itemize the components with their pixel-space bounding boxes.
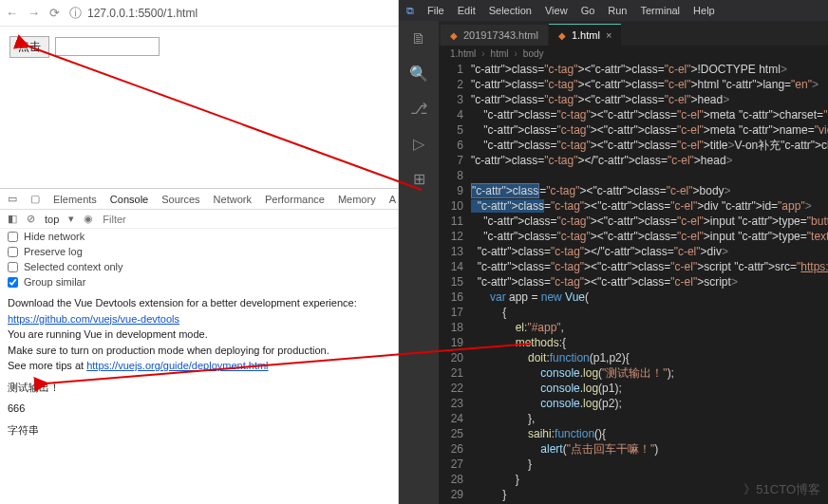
chk-selected-ctx[interactable]: Selected context only (0, 259, 398, 274)
devtools: ▭ ▢ Elements Console Sources Network Per… (0, 188, 398, 504)
breadcrumb[interactable]: 1.html› html› body (399, 46, 828, 62)
page-content (0, 27, 398, 188)
click-button[interactable] (9, 36, 49, 58)
tab-sources[interactable]: Sources (161, 194, 199, 205)
tab-performance[interactable]: Performance (265, 194, 325, 205)
device-icon[interactable]: ▢ (30, 193, 40, 205)
log-line: You are running Vue in development mode. (8, 327, 390, 343)
close-icon[interactable]: × (606, 29, 612, 41)
console-output: Download the Vue Devtools extension for … (0, 289, 398, 504)
watermark: 》51CTO博客 (743, 481, 820, 498)
tab-memory[interactable]: Memory (338, 194, 376, 205)
menu-selection[interactable]: Selection (489, 5, 532, 16)
menu-help[interactable]: Help (693, 5, 715, 16)
log-line: Download the Vue Devtools extension for … (8, 295, 390, 311)
menu-edit[interactable]: Edit (458, 5, 476, 16)
vscode-icon: ⧉ (406, 5, 414, 17)
vscode: ⧉ File Edit Selection View Go Run Termin… (399, 0, 828, 504)
dropdown-icon[interactable]: ▾ (68, 213, 74, 225)
sidebar-toggle-icon[interactable]: ◧ (8, 213, 17, 225)
html-icon: ◆ (558, 30, 566, 41)
back-icon[interactable]: ← (6, 6, 18, 20)
log-line: Make sure to turn on production mode whe… (8, 343, 390, 359)
tab-console[interactable]: Console (110, 194, 148, 205)
info-icon[interactable]: ⓘ (69, 5, 82, 22)
menu-file[interactable]: File (427, 5, 444, 16)
tab-file-1[interactable]: ◆1.html× (549, 24, 621, 46)
explorer-icon[interactable]: 🗎 (411, 30, 426, 47)
log-line: 测试输出！ (8, 380, 390, 396)
tab-elements[interactable]: Elements (53, 194, 97, 205)
chk-hide-network[interactable]: Hide network (0, 229, 398, 244)
inspect-icon[interactable]: ▭ (8, 193, 17, 205)
context-select[interactable]: top (45, 214, 59, 225)
menu-terminal[interactable]: Terminal (641, 5, 681, 16)
code-editor[interactable]: 1234567891011121314151617181920212223242… (399, 62, 828, 504)
menu-view[interactable]: View (545, 5, 568, 16)
text-input[interactable] (55, 37, 160, 56)
forward-icon[interactable]: → (28, 6, 40, 20)
tab-network[interactable]: Network (214, 194, 252, 205)
log-line: 字符串 (8, 422, 390, 439)
chk-group-similar[interactable]: Group similar (0, 274, 398, 289)
devtools-tabs: ▭ ▢ Elements Console Sources Network Per… (0, 189, 398, 210)
html-icon: ◆ (450, 30, 458, 41)
crumb-item[interactable]: html (491, 48, 509, 59)
menu-bar: ⧉ File Edit Selection View Go Run Termin… (399, 0, 828, 21)
reload-icon[interactable]: ⟳ (49, 6, 60, 20)
log-line: 666 (8, 401, 390, 417)
chk-preserve-log[interactable]: Preserve log (0, 244, 398, 259)
address-bar: ← → ⟳ ⓘ 127.0.0.1:5500/1.html (0, 0, 398, 27)
tab-more[interactable]: A (389, 194, 396, 205)
devtools-link[interactable]: https://github.com/vuejs/vue-devtools (8, 313, 179, 325)
crumb-item[interactable]: 1.html (450, 48, 476, 59)
menu-run[interactable]: Run (608, 5, 627, 16)
live-icon[interactable]: ◉ (84, 213, 93, 225)
clear-icon[interactable]: ⊘ (27, 213, 35, 225)
deploy-link[interactable]: https://vuejs.org/guide/deployment.html (86, 360, 268, 371)
menu-go[interactable]: Go (581, 5, 595, 16)
tab-file-0[interactable]: ◆201917343.html (441, 25, 548, 46)
filter-input[interactable] (103, 214, 390, 225)
crumb-item[interactable]: body (523, 48, 544, 59)
url-text[interactable]: 127.0.0.1:5500/1.html (87, 7, 198, 20)
editor-tabs: ◆201917343.html ◆1.html× (399, 21, 828, 46)
